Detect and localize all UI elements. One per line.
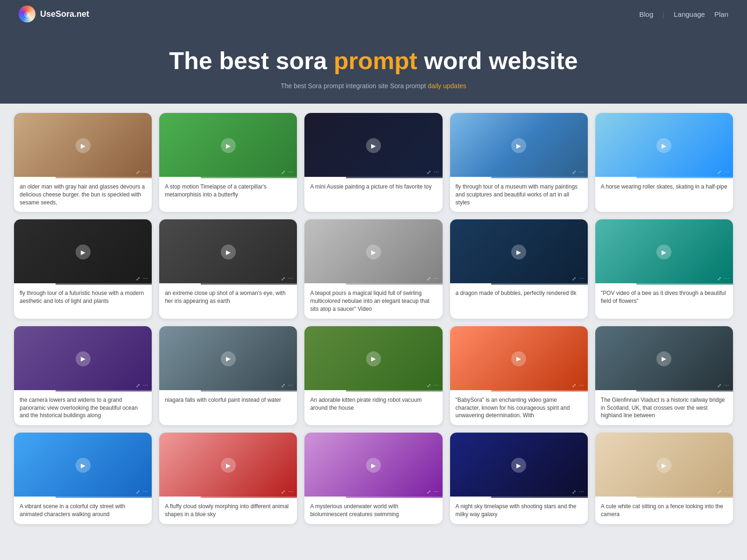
card-thumb-11: ▶ ⤢ ⋯ xyxy=(14,326,152,392)
progress-fill-14 xyxy=(450,390,492,392)
card-18[interactable]: ▶ ⤢ ⋯ A mysterious underwater world with… xyxy=(304,433,442,524)
more-icon-7[interactable]: ⋯ xyxy=(288,276,293,282)
card-14[interactable]: ▶ ⤢ ⋯ "BabySora" is an enchanting video … xyxy=(450,326,588,425)
play-button-15[interactable]: ▶ xyxy=(656,351,671,366)
play-button-5[interactable]: ▶ xyxy=(656,138,671,153)
play-button-9[interactable]: ▶ xyxy=(511,245,526,259)
card-12[interactable]: ▶ ⤢ ⋯ niagara falls with colorful paint … xyxy=(159,326,297,425)
logo-area[interactable]: ◎ UseSora.net xyxy=(19,6,89,22)
more-icon-16[interactable]: ⋯ xyxy=(143,489,148,495)
expand-icon-10[interactable]: ⤢ xyxy=(717,276,721,282)
play-button-2[interactable]: ▶ xyxy=(221,138,236,153)
card-thumb-20: ▶ ⤢ ⋯ xyxy=(595,433,733,498)
card-17[interactable]: ▶ ⤢ ⋯ A fluffy cloud slowly morphing int… xyxy=(159,433,297,524)
play-button-4[interactable]: ▶ xyxy=(511,138,526,153)
expand-icon-16[interactable]: ⤢ xyxy=(136,489,140,495)
play-button-11[interactable]: ▶ xyxy=(76,351,91,366)
play-button-20[interactable]: ▶ xyxy=(656,458,671,473)
progress-bar-3 xyxy=(304,177,442,178)
progress-bar-2 xyxy=(159,177,297,178)
more-icon-12[interactable]: ⋯ xyxy=(288,383,293,389)
card-10[interactable]: ▶ ⤢ ⋯ "POV video of a bee as it dives th… xyxy=(595,219,733,318)
expand-icon-14[interactable]: ⤢ xyxy=(572,383,576,389)
thumb-overlay-14: ▶ xyxy=(450,326,588,392)
expand-icon-19[interactable]: ⤢ xyxy=(572,489,576,495)
nav-blog[interactable]: Blog xyxy=(639,10,653,18)
more-icon-2[interactable]: ⋯ xyxy=(288,169,293,175)
expand-icon-12[interactable]: ⤢ xyxy=(281,383,285,389)
more-icon-20[interactable]: ⋯ xyxy=(724,489,729,495)
play-button-14[interactable]: ▶ xyxy=(511,351,526,366)
card-6[interactable]: ▶ ⤢ ⋯ fly through tour of a futuristic h… xyxy=(14,219,152,318)
expand-icon-9[interactable]: ⤢ xyxy=(572,276,576,282)
expand-icon-17[interactable]: ⤢ xyxy=(281,489,285,495)
more-icon-1[interactable]: ⋯ xyxy=(143,169,148,175)
expand-icon-11[interactable]: ⤢ xyxy=(136,383,140,389)
expand-icon-1[interactable]: ⤢ xyxy=(136,169,140,175)
card-desc-16: A vibrant scene in a colorful city stree… xyxy=(14,498,152,524)
play-button-10[interactable]: ▶ xyxy=(656,245,671,259)
card-16[interactable]: ▶ ⤢ ⋯ A vibrant scene in a colorful city… xyxy=(14,433,152,524)
more-icon-9[interactable]: ⋯ xyxy=(579,276,584,282)
expand-icon-18[interactable]: ⤢ xyxy=(427,489,431,495)
more-icon-11[interactable]: ⋯ xyxy=(143,383,148,389)
card-thumb-19: ▶ ⤢ ⋯ xyxy=(450,433,588,498)
card-13[interactable]: ▶ ⤢ ⋯ An adorable kitten pirate riding r… xyxy=(304,326,442,425)
expand-icon-13[interactable]: ⤢ xyxy=(427,383,431,389)
card-19[interactable]: ▶ ⤢ ⋯ A night sky timelapse with shootin… xyxy=(450,433,588,524)
expand-icon-15[interactable]: ⤢ xyxy=(717,383,721,389)
expand-icon-4[interactable]: ⤢ xyxy=(572,169,576,175)
card-5[interactable]: ▶ ⤢ ⋯ A horse wearing roller skates, ska… xyxy=(595,113,733,212)
expand-icon-8[interactable]: ⤢ xyxy=(427,276,431,282)
progress-fill-13 xyxy=(304,390,346,392)
more-icon-14[interactable]: ⋯ xyxy=(579,383,584,389)
play-button-19[interactable]: ▶ xyxy=(511,458,526,473)
expand-icon-20[interactable]: ⤢ xyxy=(717,489,721,495)
more-icon-5[interactable]: ⋯ xyxy=(724,169,729,175)
card-3[interactable]: ▶ ⤢ ⋯ A mini Aussie painting a picture o… xyxy=(304,113,442,212)
card-thumb-10: ▶ ⤢ ⋯ xyxy=(595,219,733,285)
card-desc-5: A horse wearing roller skates, skating i… xyxy=(595,178,733,196)
more-icon-19[interactable]: ⋯ xyxy=(579,489,584,495)
progress-fill-2 xyxy=(159,177,201,178)
play-button-8[interactable]: ▶ xyxy=(366,245,381,259)
card-9[interactable]: ▶ ⤢ ⋯ a dragon made of bubbles, perfectl… xyxy=(450,219,588,318)
play-button-1[interactable]: ▶ xyxy=(76,138,91,153)
more-icon-18[interactable]: ⋯ xyxy=(434,489,439,495)
play-button-13[interactable]: ▶ xyxy=(366,351,381,366)
more-icon-17[interactable]: ⋯ xyxy=(288,489,293,495)
expand-icon-6[interactable]: ⤢ xyxy=(136,276,140,282)
expand-icon-2[interactable]: ⤢ xyxy=(281,169,285,175)
thumb-overlay-17: ▶ xyxy=(159,433,297,498)
card-15[interactable]: ▶ ⤢ ⋯ The Glenfinnan Viaduct is a histor… xyxy=(595,326,733,425)
play-button-18[interactable]: ▶ xyxy=(366,458,381,473)
nav-language[interactable]: Language xyxy=(674,10,705,18)
play-button-16[interactable]: ▶ xyxy=(76,458,91,473)
card-8[interactable]: ▶ ⤢ ⋯ A teapot pours a magical liquid fu… xyxy=(304,219,442,318)
more-icon-10[interactable]: ⋯ xyxy=(724,276,729,282)
more-icon-8[interactable]: ⋯ xyxy=(434,276,439,282)
card-11[interactable]: ▶ ⤢ ⋯ the camera lowers and widens to a … xyxy=(14,326,152,425)
play-button-12[interactable]: ▶ xyxy=(221,351,236,366)
card-7[interactable]: ▶ ⤢ ⋯ an extreme close up shot of a woma… xyxy=(159,219,297,318)
thumb-controls-6: ⤢ ⋯ xyxy=(136,276,148,282)
play-button-6[interactable]: ▶ xyxy=(76,245,91,259)
expand-icon-7[interactable]: ⤢ xyxy=(281,276,285,282)
more-icon-4[interactable]: ⋯ xyxy=(579,169,584,175)
more-icon-15[interactable]: ⋯ xyxy=(724,383,729,389)
more-icon-6[interactable]: ⋯ xyxy=(143,276,148,282)
progress-bar-9 xyxy=(450,283,588,285)
card-4[interactable]: ▶ ⤢ ⋯ fly through tour of a museum with … xyxy=(450,113,588,212)
card-2[interactable]: ▶ ⤢ ⋯ A stop motion Timelapse of a cater… xyxy=(159,113,297,212)
more-icon-3[interactable]: ⋯ xyxy=(434,169,439,175)
play-button-17[interactable]: ▶ xyxy=(221,458,236,473)
play-button-7[interactable]: ▶ xyxy=(221,245,236,259)
play-button-3[interactable]: ▶ xyxy=(366,138,381,153)
card-20[interactable]: ▶ ⤢ ⋯ A cute white cat sitting on a fenc… xyxy=(595,433,733,524)
card-1[interactable]: ▶ ⤢ ⋯ an older man with gray hair and gl… xyxy=(14,113,152,212)
expand-icon-5[interactable]: ⤢ xyxy=(717,169,721,175)
nav-plan[interactable]: Plan xyxy=(714,10,728,18)
more-icon-13[interactable]: ⋯ xyxy=(434,383,439,389)
progress-bar-14 xyxy=(450,390,588,392)
expand-icon-3[interactable]: ⤢ xyxy=(427,169,431,175)
